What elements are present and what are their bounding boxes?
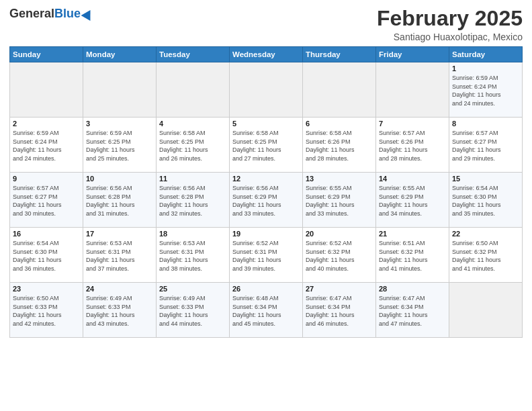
table-row: 6Sunrise: 6:58 AM Sunset: 6:26 PM Daylig… [303, 118, 376, 173]
table-row: 14Sunrise: 6:55 AM Sunset: 6:29 PM Dayli… [376, 173, 449, 228]
title-block: February 2025 Santiago Huaxolotipac, Mex… [377, 7, 523, 42]
day-info: Sunrise: 6:59 AM Sunset: 6:24 PM Dayligh… [452, 74, 519, 107]
table-row: 25Sunrise: 6:49 AM Sunset: 6:33 PM Dayli… [157, 283, 230, 338]
day-number: 26 [232, 285, 300, 293]
logo: General Blue [9, 7, 93, 21]
table-row: 9Sunrise: 6:57 AM Sunset: 6:27 PM Daylig… [10, 173, 83, 228]
day-number: 13 [306, 175, 373, 183]
table-row: 5Sunrise: 6:58 AM Sunset: 6:25 PM Daylig… [230, 118, 303, 173]
day-info: Sunrise: 6:59 AM Sunset: 6:24 PM Dayligh… [13, 129, 80, 163]
table-row: 19Sunrise: 6:52 AM Sunset: 6:31 PM Dayli… [230, 228, 303, 283]
col-tuesday: Tuesday [157, 47, 230, 62]
table-row: 13Sunrise: 6:55 AM Sunset: 6:29 PM Dayli… [303, 173, 376, 228]
day-info: Sunrise: 6:57 AM Sunset: 6:26 PM Dayligh… [379, 129, 446, 163]
table-row: 7Sunrise: 6:57 AM Sunset: 6:26 PM Daylig… [376, 118, 449, 173]
day-number: 9 [13, 175, 80, 183]
col-saturday: Saturday [449, 47, 523, 62]
table-row: 16Sunrise: 6:54 AM Sunset: 6:30 PM Dayli… [10, 228, 83, 283]
table-row: 8Sunrise: 6:57 AM Sunset: 6:27 PM Daylig… [449, 118, 523, 173]
day-info: Sunrise: 6:56 AM Sunset: 6:29 PM Dayligh… [232, 184, 300, 218]
table-row: 21Sunrise: 6:51 AM Sunset: 6:32 PM Dayli… [376, 228, 449, 283]
header: General Blue February 2025 Santiago Huax… [9, 7, 523, 42]
location-title: Santiago Huaxolotipac, Mexico [377, 32, 523, 42]
table-row: 2Sunrise: 6:59 AM Sunset: 6:24 PM Daylig… [10, 118, 83, 173]
day-info: Sunrise: 6:51 AM Sunset: 6:32 PM Dayligh… [379, 239, 446, 273]
day-info: Sunrise: 6:56 AM Sunset: 6:28 PM Dayligh… [86, 184, 153, 218]
day-info: Sunrise: 6:58 AM Sunset: 6:25 PM Dayligh… [232, 129, 300, 163]
table-row [10, 62, 83, 118]
month-title: February 2025 [377, 7, 523, 30]
table-row: 24Sunrise: 6:49 AM Sunset: 6:33 PM Dayli… [83, 283, 157, 338]
table-row [376, 62, 449, 118]
day-number: 18 [159, 230, 226, 238]
table-row: 3Sunrise: 6:59 AM Sunset: 6:25 PM Daylig… [83, 118, 157, 173]
table-row: 18Sunrise: 6:53 AM Sunset: 6:31 PM Dayli… [157, 228, 230, 283]
page: General Blue February 2025 Santiago Huax… [0, 0, 532, 411]
table-row: 4Sunrise: 6:58 AM Sunset: 6:25 PM Daylig… [157, 118, 230, 173]
table-row: 20Sunrise: 6:52 AM Sunset: 6:32 PM Dayli… [303, 228, 376, 283]
day-number: 8 [452, 120, 519, 128]
calendar-table: Sunday Monday Tuesday Wednesday Thursday… [9, 46, 523, 338]
col-thursday: Thursday [303, 47, 376, 62]
day-info: Sunrise: 6:57 AM Sunset: 6:27 PM Dayligh… [452, 129, 519, 163]
day-number: 5 [232, 120, 300, 128]
table-row: 28Sunrise: 6:47 AM Sunset: 6:34 PM Dayli… [376, 283, 449, 338]
col-sunday: Sunday [10, 47, 83, 62]
day-number: 19 [232, 230, 300, 238]
table-row: 17Sunrise: 6:53 AM Sunset: 6:31 PM Dayli… [83, 228, 157, 283]
day-number: 21 [379, 230, 446, 238]
logo-blue-part: Blue [54, 7, 93, 21]
day-number: 27 [306, 285, 373, 293]
col-wednesday: Wednesday [230, 47, 303, 62]
day-info: Sunrise: 6:55 AM Sunset: 6:29 PM Dayligh… [306, 184, 373, 218]
day-info: Sunrise: 6:49 AM Sunset: 6:33 PM Dayligh… [159, 294, 226, 328]
day-number: 23 [13, 285, 80, 293]
day-info: Sunrise: 6:47 AM Sunset: 6:34 PM Dayligh… [379, 294, 446, 328]
table-row: 22Sunrise: 6:50 AM Sunset: 6:32 PM Dayli… [449, 228, 523, 283]
day-info: Sunrise: 6:52 AM Sunset: 6:31 PM Dayligh… [232, 239, 300, 273]
table-row: 12Sunrise: 6:56 AM Sunset: 6:29 PM Dayli… [230, 173, 303, 228]
day-number: 10 [86, 175, 153, 183]
day-info: Sunrise: 6:59 AM Sunset: 6:25 PM Dayligh… [86, 129, 153, 163]
day-info: Sunrise: 6:57 AM Sunset: 6:27 PM Dayligh… [13, 184, 80, 218]
table-row: 10Sunrise: 6:56 AM Sunset: 6:28 PM Dayli… [83, 173, 157, 228]
table-row: 27Sunrise: 6:47 AM Sunset: 6:34 PM Dayli… [303, 283, 376, 338]
day-info: Sunrise: 6:58 AM Sunset: 6:26 PM Dayligh… [306, 129, 373, 163]
day-number: 28 [379, 285, 446, 293]
day-number: 4 [159, 120, 226, 128]
table-row [303, 62, 376, 118]
day-number: 12 [232, 175, 300, 183]
logo-triangle-icon [81, 7, 95, 20]
day-info: Sunrise: 6:55 AM Sunset: 6:29 PM Dayligh… [379, 184, 446, 218]
day-info: Sunrise: 6:52 AM Sunset: 6:32 PM Dayligh… [306, 239, 373, 273]
day-info: Sunrise: 6:54 AM Sunset: 6:30 PM Dayligh… [13, 239, 80, 273]
day-number: 24 [86, 285, 153, 293]
table-row: 1Sunrise: 6:59 AM Sunset: 6:24 PM Daylig… [449, 62, 523, 118]
day-info: Sunrise: 6:56 AM Sunset: 6:28 PM Dayligh… [159, 184, 226, 218]
day-info: Sunrise: 6:50 AM Sunset: 6:32 PM Dayligh… [452, 239, 519, 273]
day-info: Sunrise: 6:48 AM Sunset: 6:34 PM Dayligh… [232, 294, 300, 328]
day-info: Sunrise: 6:49 AM Sunset: 6:33 PM Dayligh… [86, 294, 153, 328]
table-row: 11Sunrise: 6:56 AM Sunset: 6:28 PM Dayli… [157, 173, 230, 228]
col-monday: Monday [83, 47, 157, 62]
day-info: Sunrise: 6:53 AM Sunset: 6:31 PM Dayligh… [86, 239, 153, 273]
table-row: 26Sunrise: 6:48 AM Sunset: 6:34 PM Dayli… [230, 283, 303, 338]
day-info: Sunrise: 6:50 AM Sunset: 6:33 PM Dayligh… [13, 294, 80, 328]
day-number: 25 [159, 285, 226, 293]
logo-blue-text: Blue [54, 7, 81, 21]
table-row [83, 62, 157, 118]
logo-general-text: General [9, 7, 54, 21]
table-row: 23Sunrise: 6:50 AM Sunset: 6:33 PM Dayli… [10, 283, 83, 338]
day-info: Sunrise: 6:58 AM Sunset: 6:25 PM Dayligh… [159, 129, 226, 163]
day-number: 2 [13, 120, 80, 128]
table-row [157, 62, 230, 118]
day-number: 3 [86, 120, 153, 128]
day-number: 14 [379, 175, 446, 183]
day-info: Sunrise: 6:54 AM Sunset: 6:30 PM Dayligh… [452, 184, 519, 218]
day-number: 20 [306, 230, 373, 238]
day-number: 11 [159, 175, 226, 183]
day-info: Sunrise: 6:47 AM Sunset: 6:34 PM Dayligh… [306, 294, 373, 328]
day-number: 22 [452, 230, 519, 238]
table-row: 15Sunrise: 6:54 AM Sunset: 6:30 PM Dayli… [449, 173, 523, 228]
table-row [230, 62, 303, 118]
